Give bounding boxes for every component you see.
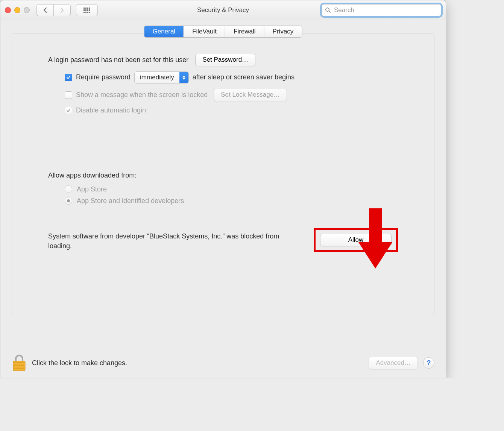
allow-apps-identified-radio [65,197,72,205]
tab-general[interactable]: General [144,26,184,37]
allow-annotation-frame: Allow [314,228,398,252]
close-window-button[interactable] [5,7,11,13]
checkmark-icon [66,108,71,113]
stepper-arrows-icon [179,72,188,83]
login-password-text: A login password has not been set for th… [48,56,188,64]
show-message-label: Show a message when the screen is locked [76,91,208,99]
set-password-button[interactable]: Set Password… [195,54,255,66]
allow-apps-heading: Allow apps downloaded from: [48,171,398,179]
security-privacy-window: Security & Privacy General FileVault Fir… [0,0,446,378]
grid-icon [83,8,90,13]
require-password-delay-value: immediately [135,74,179,81]
titlebar: Security & Privacy [0,0,446,20]
require-password-delay-select[interactable]: immediately [134,71,189,83]
back-button[interactable] [36,4,53,16]
require-password-checkbox[interactable] [65,74,72,81]
allow-apps-identified-label: App Store and identified developers [77,197,184,205]
tab-firewall[interactable]: Firewall [225,26,264,37]
disable-autologin-checkbox [65,107,72,114]
preferences-body: General FileVault Firewall Privacy A log… [0,20,446,348]
nav-back-forward [36,4,71,16]
allow-apps-appstore-radio [65,185,72,193]
login-password-row: A login password has not been set for th… [48,54,398,66]
require-password-row: Require password immediately after sleep… [65,71,398,83]
show-message-checkbox[interactable] [65,91,72,99]
search-input[interactable] [333,6,438,14]
help-button[interactable]: ? [423,357,434,369]
window-controls [5,7,30,13]
tab-privacy[interactable]: Privacy [264,26,302,37]
blocked-software-text: System software from developer “BlueStac… [48,231,296,251]
zoom-window-button [24,7,30,13]
footer: Click the lock to make changes. Advanced… [0,348,446,378]
minimize-window-button[interactable] [14,7,20,13]
tab-filevault[interactable]: FileVault [184,26,225,37]
svg-line-1 [329,11,330,12]
disable-autologin-row: Disable automatic login [65,106,398,115]
panel-divider [29,160,417,160]
blocked-software-wrap: System software from developer “BlueStac… [48,231,398,252]
require-password-pre: Require password [76,73,131,82]
lock-hint-text: Click the lock to make changes. [32,359,127,367]
allow-apps-appstore-row: App Store [65,185,398,193]
disable-autologin-label: Disable automatic login [76,106,146,115]
allow-apps-appstore-label: App Store [77,185,107,193]
advanced-button[interactable]: Advanced… [369,357,418,369]
search-field-wrap[interactable] [322,4,441,16]
show-message-row: Show a message when the screen is locked… [65,89,398,101]
allow-button[interactable]: Allow [320,234,392,246]
chevron-left-icon [43,8,47,13]
forward-button [53,4,71,16]
general-panel: A login password has not been set for th… [12,33,434,315]
tab-bar: General FileVault Firewall Privacy [144,26,302,38]
allow-apps-identified-row: App Store and identified developers [65,197,398,205]
require-password-post: after sleep or screen saver begins [193,73,295,82]
show-all-prefs-button[interactable] [76,4,98,16]
set-lock-message-button: Set Lock Message… [214,89,287,101]
search-icon [325,7,331,13]
chevron-right-icon [60,8,64,13]
lock-icon[interactable] [12,354,27,372]
checkmark-icon [66,75,71,80]
